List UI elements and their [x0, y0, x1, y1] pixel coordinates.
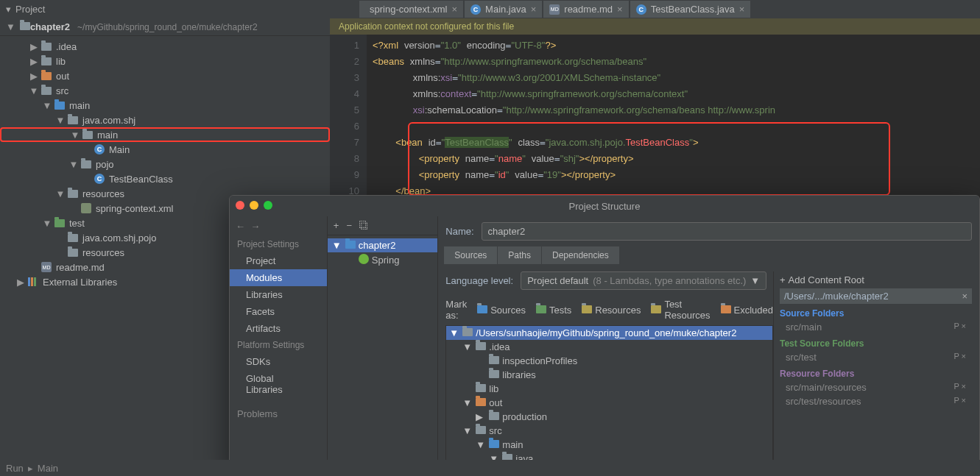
close-icon[interactable]: × — [531, 4, 537, 15]
entry-actions[interactable]: P × — [953, 352, 966, 363]
module-tabs[interactable]: SourcesPathsDependencies — [438, 246, 979, 264]
sidebar-item-global libraries[interactable]: Global Libraries — [230, 370, 327, 398]
chevron-icon: ▼ — [332, 240, 342, 251]
class-icon: C — [93, 144, 106, 154]
mark-excluded[interactable]: Excluded — [721, 299, 773, 321]
tree-item[interactable]: ▼main — [0, 127, 330, 142]
window-controls[interactable] — [236, 201, 272, 210]
tree-item[interactable]: ▶out — [0, 68, 330, 83]
editor-tab[interactable]: CTestBeanClass.java× — [630, 1, 751, 18]
tree-item[interactable]: ▼src — [0, 83, 330, 98]
content-tree-item[interactable]: ▼out — [446, 396, 772, 410]
folder-icon — [489, 439, 499, 450]
tab-paths[interactable]: Paths — [498, 246, 541, 264]
tree-item[interactable]: CTestBeanClass — [0, 171, 330, 186]
folder-entry[interactable]: src/mainP × — [780, 320, 972, 334]
mark-tests[interactable]: Tests — [536, 299, 571, 321]
class-icon: C — [470, 4, 481, 15]
sidebar-item-project[interactable]: Project — [230, 252, 327, 269]
entry-actions[interactable]: P × — [953, 382, 966, 393]
content-tree-label: libraries — [502, 369, 536, 380]
folder-entry[interactable]: src/main/resourcesP × — [780, 380, 972, 394]
sidebar-item-facets[interactable]: Facets — [230, 303, 327, 320]
content-root-path[interactable]: /Users/.../muke/chapter2 × — [780, 288, 972, 304]
tree-item[interactable]: ▼pojo — [0, 157, 330, 171]
editor-tab[interactable]: MDreadme.md× — [543, 1, 628, 18]
mark-resources[interactable]: Resources — [582, 299, 641, 321]
folder-icon — [66, 234, 80, 242]
tree-item[interactable]: ▼java.com.shj — [0, 113, 330, 127]
content-tree-item[interactable]: ▼src — [446, 424, 772, 438]
context-warning-bar[interactable]: Application context not configured for t… — [330, 18, 980, 35]
module-name-input[interactable] — [482, 222, 972, 241]
modules-tree-panel: + − ⿻ ▼chapter2Spring — [328, 216, 439, 474]
minimize-icon[interactable] — [250, 201, 258, 210]
spring-icon — [359, 254, 369, 266]
content-tree-item[interactable]: inspectionProfiles — [446, 354, 772, 368]
entry-actions[interactable]: P × — [953, 396, 966, 407]
close-icon[interactable]: × — [617, 4, 623, 15]
folder-icon — [40, 87, 53, 95]
content-tree-item[interactable]: ▼/Users/sunhaojie/myGithub/spring_round_… — [446, 326, 772, 340]
sidebar-item-modules[interactable]: Modules — [230, 269, 327, 286]
content-tree-item[interactable]: ▼.idea — [446, 340, 772, 354]
sidebar-item-artifacts[interactable]: Artifacts — [230, 320, 327, 337]
entry-actions[interactable]: P × — [953, 322, 966, 333]
chevron-icon: ▼ — [476, 439, 486, 450]
run-config-icon: ▸ — [28, 463, 33, 474]
copy-button[interactable]: ⿻ — [359, 220, 369, 231]
add-button[interactable]: + — [334, 220, 339, 231]
xml-icon — [80, 203, 93, 213]
close-icon[interactable]: × — [451, 4, 457, 15]
close-icon[interactable]: × — [739, 4, 745, 15]
close-icon[interactable]: × — [962, 291, 967, 302]
folder-icon — [476, 383, 486, 394]
add-content-root-button[interactable]: +Add Content Root — [780, 271, 972, 288]
module-tree-item[interactable]: Spring — [328, 252, 438, 268]
editor-tabs[interactable]: spring-context.xml×CMain.java×MDreadme.m… — [330, 0, 980, 18]
code-editor[interactable]: <?xml version="1.0" encoding="UTF-8"?> <… — [367, 35, 980, 202]
folder-entry[interactable]: src/testP × — [780, 350, 972, 364]
zoom-icon[interactable] — [264, 201, 272, 210]
folder-icon — [582, 305, 592, 316]
tree-item-label: out — [56, 71, 69, 82]
folder-green-icon — [53, 219, 66, 227]
tree-item[interactable]: ▶lib — [0, 54, 330, 68]
run-config-name[interactable]: Main — [38, 463, 58, 474]
project-panel-title: Project — [15, 4, 45, 15]
run-label[interactable]: Run — [6, 463, 24, 474]
modules-tree[interactable]: ▼chapter2Spring — [328, 235, 438, 271]
editor-tab[interactable]: spring-context.xml× — [359, 1, 463, 18]
project-panel-header[interactable]: ▾ Project — [0, 0, 330, 18]
tab-dependencies[interactable]: Dependencies — [542, 246, 619, 264]
tree-item[interactable]: ▼main — [0, 98, 330, 113]
chevron-icon: ▼ — [28, 85, 40, 96]
close-icon[interactable] — [236, 201, 244, 210]
folder-icon — [462, 327, 473, 338]
folder-entry[interactable]: src/test/resourcesP × — [780, 394, 972, 408]
dialog-titlebar[interactable]: Project Structure — [230, 196, 979, 216]
remove-button[interactable]: − — [346, 220, 352, 231]
language-level-select[interactable]: Project default (8 - Lambdas, type annot… — [521, 271, 766, 290]
sidebar-item-problems[interactable]: Problems — [230, 405, 327, 422]
content-tree-item[interactable]: ▶production — [446, 410, 772, 424]
sidebar-item-libraries[interactable]: Libraries — [230, 286, 327, 303]
tab-sources[interactable]: Sources — [444, 246, 497, 264]
mark-test-resources[interactable]: Test Resources — [651, 299, 710, 321]
content-tree-label: inspectionProfiles — [502, 355, 577, 366]
content-tree-item[interactable]: lib — [446, 382, 772, 396]
content-root-tree[interactable]: ▼/Users/sunhaojie/myGithub/spring_round_… — [445, 325, 773, 475]
tree-item-label: .idea — [56, 41, 77, 52]
tree-item[interactable]: ▶.idea — [0, 39, 330, 54]
nav-arrows[interactable]: ← → — [230, 221, 327, 236]
sidebar-item-sdks[interactable]: SDKs — [230, 353, 327, 370]
mark-sources[interactable]: Sources — [477, 299, 526, 321]
editor-tab[interactable]: CMain.java× — [465, 1, 542, 18]
folder-icon — [40, 43, 53, 51]
module-tree-item[interactable]: ▼chapter2 — [328, 238, 438, 252]
content-tree-item[interactable]: ▼main — [446, 438, 772, 452]
content-tree-item[interactable]: libraries — [446, 368, 772, 382]
class-icon: C — [636, 4, 646, 15]
tree-item[interactable]: CMain — [0, 142, 330, 157]
breadcrumb[interactable]: ▼ chapter2 ~/myGithub/spring_round_one/m… — [0, 18, 330, 36]
